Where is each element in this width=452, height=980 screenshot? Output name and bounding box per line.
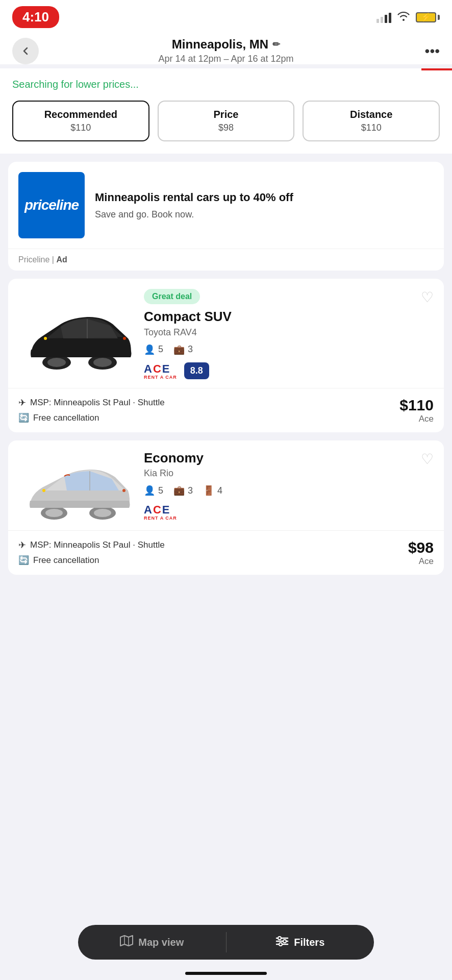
ace-logo-0: ACE RENT A CAR (144, 362, 177, 380)
sort-tab-price[interactable]: Price $98 (158, 101, 295, 141)
car-price-1: $98 (408, 539, 434, 556)
more-button[interactable]: ••• (413, 43, 440, 59)
svg-point-6 (123, 337, 126, 340)
edit-icon[interactable]: ✏ (272, 39, 280, 50)
content-area: priceline Minneapolis rental cars up to … (0, 154, 452, 652)
car-price-area-0: $110 Ace (399, 397, 434, 424)
bottom-spacer (8, 583, 444, 644)
sort-tabs: Recommended $110 Price $98 Distance $110 (0, 101, 452, 154)
map-view-button[interactable]: Map view (78, 925, 226, 960)
car-specs-0: 👤 5 💼 3 (144, 344, 434, 355)
car-price-area-1: $98 Ace (408, 539, 434, 567)
favorite-button-0[interactable]: ♡ (421, 289, 434, 306)
car-price-0: $110 (399, 397, 434, 414)
person-icon-0: 👤 (144, 344, 155, 355)
svg-point-3 (93, 358, 112, 367)
rental-brand-0: ACE RENT A CAR 8.8 (144, 362, 434, 380)
car-card-bottom-1: ✈ MSP: Minneapolis St Paul · Shuttle 🔄 F… (8, 530, 444, 575)
ad-footer-brand: Priceline (18, 255, 49, 264)
car-info-0: Great deal Compact SUV Toyota RAV4 👤 5 💼… (144, 289, 434, 380)
sort-tab-recommended-label: Recommended (26, 109, 136, 120)
home-indicator (185, 972, 267, 975)
car-image-1 (18, 451, 136, 522)
location-title: Minneapolis, MN ✏ (39, 37, 413, 52)
sort-tab-price-price: $98 (171, 122, 282, 133)
ace-logo-1: ACE RENT A CAR (144, 503, 177, 521)
luggage-spec-1: 💼 3 (173, 485, 193, 496)
ad-footer-label: Ad (56, 255, 67, 264)
header-dates: Apr 14 at 12pm – Apr 16 at 12pm (39, 54, 413, 64)
cancellation-text-0: Free cancellation (33, 413, 99, 423)
car-type-1: Economy (144, 451, 434, 465)
passengers-count-1: 5 (158, 485, 163, 496)
rating-badge-0: 8.8 (184, 362, 209, 379)
sort-tab-recommended[interactable]: Recommended $110 (12, 101, 149, 141)
wifi-icon (396, 10, 411, 24)
back-button[interactable] (12, 38, 39, 64)
car-price-company-1: Ace (408, 556, 434, 567)
svg-point-20 (283, 940, 286, 943)
luggage-spec-0: 💼 3 (173, 344, 193, 355)
svg-point-19 (278, 937, 281, 940)
luggage-icon-0: 💼 (173, 344, 185, 355)
priceline-logo: priceline (18, 172, 85, 238)
passengers-count-0: 5 (158, 344, 163, 355)
map-view-label: Map view (138, 937, 184, 948)
car-listing-0[interactable]: Great deal Compact SUV Toyota RAV4 👤 5 💼… (8, 279, 444, 432)
car-info-1: Economy Kia Rio 👤 5 💼 3 🚪 4 (144, 451, 434, 522)
header-center: Minneapolis, MN ✏ Apr 14 at 12pm – Apr 1… (39, 37, 413, 64)
rental-brand-1: ACE RENT A CAR (144, 503, 434, 521)
ace-text-1: ACE (144, 503, 170, 517)
car-location-line-0: ✈ MSP: Minneapolis St Paul · Shuttle (18, 397, 399, 408)
car-specs-1: 👤 5 💼 3 🚪 4 (144, 485, 434, 496)
ad-footer: Priceline | Ad (8, 249, 444, 271)
car-location-info-1: ✈ MSP: Minneapolis St Paul · Shuttle 🔄 F… (18, 540, 408, 566)
car-type-0: Compact SUV (144, 309, 434, 324)
location-text-1: MSP: Minneapolis St Paul · Shuttle (30, 540, 165, 550)
signal-icon (376, 12, 391, 23)
car-location-line-1: ✈ MSP: Minneapolis St Paul · Shuttle (18, 540, 408, 551)
svg-point-13 (122, 489, 125, 492)
refresh-icon-1: 🔄 (18, 555, 29, 566)
car-card-top-0: Great deal Compact SUV Toyota RAV4 👤 5 💼… (8, 279, 444, 388)
ad-title: Minneapolis rental cars up to 40% off (95, 190, 293, 205)
ace-text-0: ACE (144, 362, 170, 376)
ad-card-body: priceline Minneapolis rental cars up to … (8, 162, 444, 249)
car-cancellation-0: 🔄 Free cancellation (18, 412, 399, 423)
ad-card[interactable]: priceline Minneapolis rental cars up to … (8, 162, 444, 271)
filter-icon (275, 936, 289, 949)
favorite-button-1[interactable]: ♡ (421, 451, 434, 468)
ad-copy: Minneapolis rental cars up to 40% off Sa… (95, 190, 293, 220)
svg-point-2 (47, 358, 66, 367)
sort-tab-recommended-price: $110 (26, 122, 136, 133)
airport-icon-0: ✈ (18, 397, 26, 408)
searching-banner: Searching for lower prices... (0, 70, 452, 101)
filters-button[interactable]: Filters (227, 925, 374, 960)
luggage-icon-1: 💼 (173, 485, 185, 496)
sort-tab-distance-price: $110 (316, 122, 426, 133)
svg-point-12 (42, 489, 45, 492)
priceline-logo-text: priceline (24, 197, 79, 213)
car-listing-1[interactable]: Economy Kia Rio 👤 5 💼 3 🚪 4 (8, 440, 444, 575)
sort-tab-distance[interactable]: Distance $110 (303, 101, 440, 141)
bottom-bar: Map view Filters (78, 925, 374, 960)
ace-subtitle-1: RENT A CAR (144, 516, 177, 521)
passengers-spec-0: 👤 5 (144, 344, 163, 355)
sort-tab-price-label: Price (171, 109, 282, 120)
status-time: 4:10 (12, 6, 59, 28)
car-location-info-0: ✈ MSP: Minneapolis St Paul · Shuttle 🔄 F… (18, 397, 399, 423)
cancellation-text-1: Free cancellation (33, 555, 99, 566)
refresh-icon-0: 🔄 (18, 412, 29, 423)
map-icon (120, 935, 133, 949)
person-icon-1: 👤 (144, 485, 155, 496)
car-cancellation-1: 🔄 Free cancellation (18, 555, 408, 566)
header: Minneapolis, MN ✏ Apr 14 at 12pm – Apr 1… (0, 32, 452, 64)
sort-tab-distance-label: Distance (316, 109, 426, 120)
svg-point-9 (45, 509, 63, 517)
door-spec-1: 🚪 4 (203, 485, 222, 496)
svg-point-21 (279, 943, 282, 946)
status-bar: 4:10 ⚡ (0, 0, 452, 32)
car-image-0 (18, 289, 136, 380)
filters-label: Filters (294, 937, 324, 948)
ace-subtitle-0: RENT A CAR (144, 375, 177, 380)
